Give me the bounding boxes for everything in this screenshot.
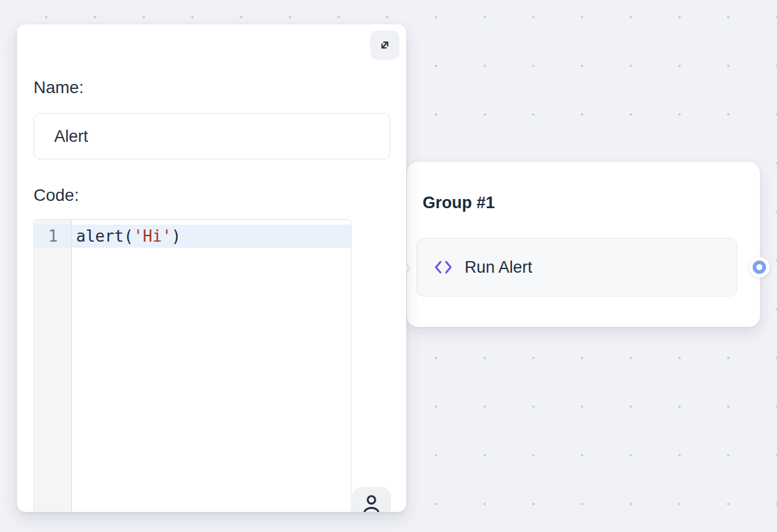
flow-editor-canvas[interactable]: Group #1 Run Alert Name: Code: xyxy=(0,0,777,532)
node-label: Run Alert xyxy=(465,258,532,277)
output-handle-ring xyxy=(753,261,766,274)
code-line[interactable]: alert('Hi') xyxy=(72,225,351,248)
code-token: 'Hi' xyxy=(133,227,172,245)
code-editor[interactable]: 1 alert('Hi') xyxy=(33,219,351,512)
name-field-label: Name: xyxy=(33,77,83,99)
user-button[interactable] xyxy=(352,487,391,512)
code-token: alert( xyxy=(76,227,133,245)
flow-node-run-alert[interactable]: Run Alert xyxy=(417,238,737,296)
node-editor-panel: Name: Code: 1 alert('Hi') xyxy=(17,24,406,512)
name-input[interactable] xyxy=(33,113,390,159)
code-token: ) xyxy=(172,227,181,245)
person-icon xyxy=(359,492,384,512)
code-editor-content[interactable]: alert('Hi') xyxy=(72,220,351,512)
line-number: 1 xyxy=(34,225,71,248)
group-title: Group #1 xyxy=(423,192,495,213)
code-brackets-icon xyxy=(434,259,453,275)
group-output-handle[interactable] xyxy=(749,257,770,278)
group-card[interactable]: Group #1 Run Alert xyxy=(407,162,760,327)
expand-panel-button[interactable] xyxy=(370,30,399,60)
code-field-label: Code: xyxy=(33,184,79,206)
code-editor-gutter: 1 xyxy=(34,220,72,512)
expand-diagonal-arrows-icon xyxy=(378,38,392,52)
